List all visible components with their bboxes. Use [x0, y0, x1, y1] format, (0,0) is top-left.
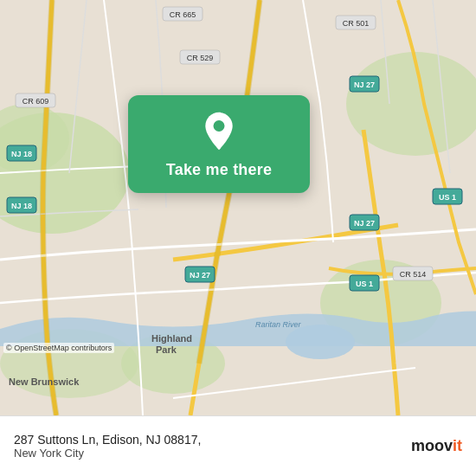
svg-point-36: [214, 120, 225, 132]
map-container: CR 665 CR 501 CR 529 CR 609 NJ 18 NJ 18 …: [0, 0, 476, 415]
svg-text:Raritan River: Raritan River: [255, 320, 302, 329]
map-svg: CR 665 CR 501 CR 529 CR 609 NJ 18 NJ 18 …: [0, 0, 476, 415]
svg-text:NJ 18: NJ 18: [11, 202, 32, 210]
svg-text:NJ 27: NJ 27: [354, 80, 375, 89]
svg-text:CR 529: CR 529: [187, 54, 214, 62]
location-card: Take me there: [128, 95, 310, 193]
svg-text:US 1: US 1: [356, 280, 373, 288]
bottom-bar: 287 Suttons Ln, Edison, NJ 08817, New Yo…: [0, 415, 476, 476]
svg-text:CR 609: CR 609: [23, 97, 49, 106]
svg-text:NJ 27: NJ 27: [190, 271, 210, 280]
moovit-text-dark: moov: [411, 437, 453, 455]
take-me-there-button[interactable]: Take me there: [166, 161, 272, 179]
svg-text:US 1: US 1: [439, 193, 456, 202]
location-pin-icon: [198, 111, 240, 152]
city-line: New York City: [14, 447, 201, 460]
moovit-text-orange: it: [453, 437, 462, 455]
svg-text:CR 514: CR 514: [400, 270, 427, 279]
svg-text:New Brunswick: New Brunswick: [9, 376, 80, 387]
svg-text:NJ 18: NJ 18: [11, 150, 32, 158]
svg-text:Highland: Highland: [151, 333, 192, 344]
svg-text:CR 665: CR 665: [170, 10, 196, 19]
map-attribution: © OpenStreetMap contributors: [3, 343, 114, 353]
svg-text:NJ 27: NJ 27: [354, 219, 375, 228]
address-info: 287 Suttons Ln, Edison, NJ 08817, New Yo…: [14, 433, 201, 460]
moovit-logo: moovit: [411, 437, 462, 455]
svg-text:Park: Park: [156, 344, 177, 355]
address-line: 287 Suttons Ln, Edison, NJ 08817,: [14, 433, 201, 447]
svg-text:CR 501: CR 501: [343, 19, 370, 28]
svg-point-7: [286, 325, 355, 359]
